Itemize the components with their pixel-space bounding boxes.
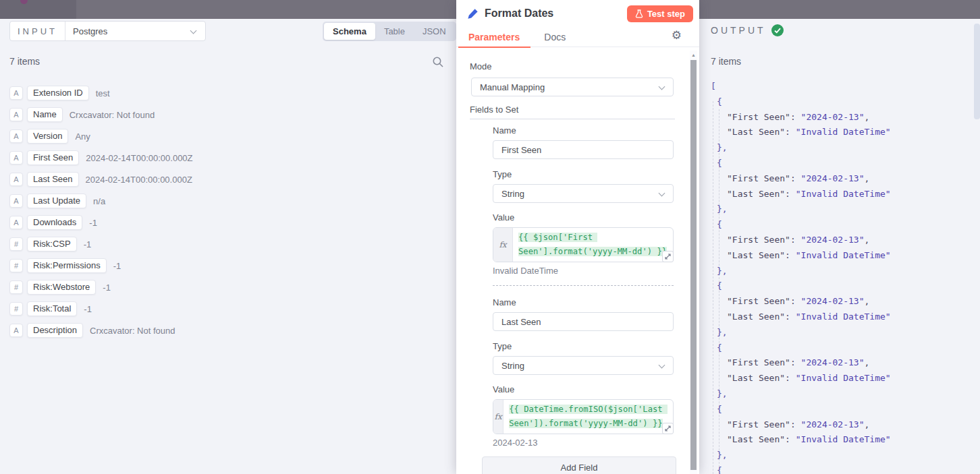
string-type-icon: A (9, 86, 23, 100)
field-name-pill[interactable]: Version (27, 129, 68, 144)
expression-line: {{ $json['First (518, 231, 667, 245)
field-name-pill[interactable]: Risk:Permissions (27, 258, 107, 273)
number-type-icon: # (9, 237, 23, 251)
schema-field-row[interactable]: ANameCrxcavator: Not found (9, 107, 193, 122)
json-line: { (711, 402, 891, 417)
gear-icon[interactable]: ⚙ (672, 30, 682, 41)
schema-field-row[interactable]: #Risk:CSP-1 (9, 237, 193, 251)
field-name-input[interactable]: Last Seen (493, 312, 674, 331)
json-line: }, (711, 386, 891, 402)
output-panel: OUTPUT 7 items [{"First Seen": "2024-02-… (699, 19, 980, 474)
schema-field-row[interactable]: AExtension IDtest (9, 86, 193, 100)
json-line: "First Seen": "2024-02-13", (711, 417, 891, 433)
json-punctuation: : (785, 373, 796, 383)
mode-select[interactable]: Manual Mapping (471, 78, 674, 96)
expression-line: Seen'].format('yyyy-MM-dd') }} (518, 245, 667, 259)
expand-expression-icon[interactable] (662, 251, 674, 262)
json-punctuation: }, (717, 327, 728, 337)
json-punctuation: }, (717, 142, 728, 152)
string-type-icon: A (9, 108, 23, 121)
field-name-pill[interactable]: Last Seen (27, 172, 79, 187)
field-value: n/a (93, 196, 105, 206)
json-string: "2024-02-13" (801, 112, 865, 122)
json-string: "Invalid DateTime" (796, 127, 891, 137)
output-scrollbar-thumb[interactable] (974, 24, 980, 119)
schema-field-row[interactable]: ALast Seen2024-02-14T00:00:00.000Z (9, 172, 193, 187)
tab-table[interactable]: Table (375, 23, 414, 40)
value-label: Value (493, 384, 674, 394)
output-json: [{"First Seen": "2024-02-13","Last Seen"… (711, 79, 891, 474)
field-name-pill[interactable]: First Seen (27, 150, 79, 165)
field-separator (493, 285, 674, 286)
json-key: "First Seen" (727, 419, 790, 429)
field-group: NameFirst SeenTypeStringValuefx{{ $json[… (493, 125, 674, 276)
json-punctuation: : (790, 296, 801, 306)
field-type-select[interactable]: String (493, 356, 674, 375)
test-step-label: Test step (647, 9, 685, 19)
schema-field-row[interactable]: ALast Updaten/a (9, 194, 193, 208)
node-detail-panel: Format Dates Test step ParametersDocs ⚙ … (456, 0, 699, 474)
json-punctuation: , (865, 112, 870, 122)
field-type-select[interactable]: String (493, 184, 674, 203)
schema-field-row[interactable]: #Risk:Total-1 (9, 301, 193, 316)
name-label: Name (493, 125, 674, 136)
field-name-pill[interactable]: Extension ID (27, 86, 89, 100)
tab-docs[interactable]: Docs (544, 32, 566, 42)
expression-text: {{ $json['First Seen'].format('yyyy-MM-d… (513, 228, 672, 262)
field-name-pill[interactable]: Name (27, 107, 63, 122)
json-punctuation: [ (711, 81, 716, 91)
schema-field-row[interactable]: AVersionAny (9, 129, 193, 144)
node-header: Format Dates Test step (456, 0, 699, 27)
expression-editor[interactable]: fx{{ $json['First Seen'].format('yyyy-MM… (493, 227, 674, 262)
tab-schema[interactable]: Schema (324, 23, 375, 40)
json-line: "Last Seen": "Invalid DateTime" (711, 371, 891, 386)
schema-field-row[interactable]: ADownloads-1 (9, 215, 193, 230)
field-name-pill[interactable]: Risk:CSP (27, 237, 77, 251)
field-name-pill[interactable]: Risk:Webstore (27, 280, 96, 295)
flask-icon (635, 9, 643, 18)
expression-code: Seen']).format('yyyy-MM-dd') }} (509, 419, 662, 428)
mode-label: Mode (470, 61, 492, 71)
json-line: "Last Seen": "Invalid DateTime" (711, 432, 891, 448)
search-icon[interactable] (432, 56, 444, 68)
input-source-select[interactable]: INPUT Postgres (9, 21, 206, 41)
field-name-pill[interactable]: Last Update (27, 194, 86, 208)
schema-field-row[interactable]: AFirst Seen2024-02-14T00:00:00.000Z (9, 150, 193, 165)
tab-parameters[interactable]: Parameters (468, 32, 520, 42)
scroll-up-arrow-icon[interactable]: ▲ (690, 53, 697, 57)
add-field-button[interactable]: Add Field (482, 456, 676, 474)
scrollbar-thumb[interactable] (690, 60, 697, 470)
tab-json[interactable]: JSON (414, 23, 455, 40)
field-value: -1 (84, 239, 92, 249)
parameters-scrollbar[interactable]: ▲ (690, 51, 697, 474)
number-type-icon: # (9, 302, 23, 316)
test-step-button[interactable]: Test step (627, 5, 693, 22)
edit-pencil-icon[interactable] (467, 8, 479, 20)
json-line: { (711, 217, 891, 233)
expression-editor[interactable]: fx{{ DateTime.fromISO($json['Last Seen']… (493, 399, 674, 434)
field-name-pill[interactable]: Downloads (27, 215, 82, 230)
json-punctuation: : (790, 235, 801, 245)
json-key: "First Seen" (727, 112, 790, 122)
json-punctuation: }, (717, 388, 728, 398)
schema-field-row[interactable]: #Risk:Permissions-1 (9, 258, 193, 273)
schema-field-row[interactable]: ADescriptionCrxcavator: Not found (9, 323, 193, 338)
chevron-down-icon (659, 84, 665, 90)
json-punctuation: , (865, 357, 870, 367)
field-name-input[interactable]: First Seen (493, 140, 674, 159)
expand-expression-icon[interactable] (662, 423, 674, 434)
json-line: { (711, 278, 891, 294)
json-string: "Invalid DateTime" (796, 250, 891, 260)
field-name-pill[interactable]: Risk:Total (27, 301, 77, 316)
json-punctuation: : (790, 357, 801, 367)
field-value: Crxcavator: Not found (70, 110, 155, 120)
json-string: "2024-02-13" (801, 419, 865, 429)
expression-line: {{ DateTime.fromISO($json['Last (509, 403, 668, 417)
field-name-pill[interactable]: Description (27, 323, 83, 338)
input-items-count: 7 items (9, 56, 40, 67)
schema-field-row[interactable]: #Risk:Webstore-1 (9, 280, 193, 295)
json-punctuation: { (717, 219, 722, 229)
field-value: 2024-02-14T00:00:00.000Z (86, 175, 192, 185)
output-items-count: 7 items (711, 56, 741, 67)
output-panel-label: OUTPUT (711, 25, 766, 36)
